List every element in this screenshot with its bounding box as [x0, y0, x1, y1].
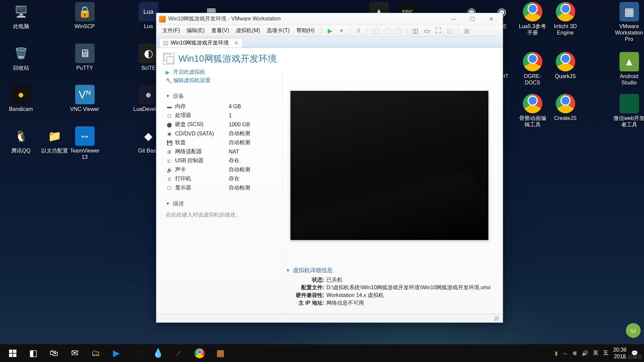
- caret-down-icon: ▼: [286, 268, 290, 273]
- app-icon: [523, 52, 542, 71]
- vm-right-pane: ▼ 虚拟机详细信息 状态:已关机配置文件:D:\虚拟机系统\Win10网狐游戏开…: [282, 68, 503, 314]
- menu-item[interactable]: 帮助(H): [293, 25, 318, 36]
- taskbar-pinned-app[interactable]: 🛍: [44, 344, 64, 362]
- taskbar-pinned-app[interactable]: ⟋: [168, 344, 189, 362]
- device-icon: 🔊: [166, 167, 173, 173]
- description-placeholder[interactable]: 在此处键入对该虚拟机的描述。: [166, 212, 275, 219]
- settings-icon: 🔧: [166, 78, 171, 84]
- vm-summary-icon: [163, 53, 174, 64]
- desktop-icon[interactable]: Irrlicht 3D Engine: [549, 2, 581, 36]
- device-row[interactable]: ◻处理器1: [166, 111, 275, 120]
- device-row[interactable]: 💾软盘自动检测: [166, 138, 275, 147]
- device-icon: ⎙: [166, 176, 173, 182]
- desktop-icon[interactable]: ●Bandicam: [5, 85, 37, 112]
- taskbar-pinned-app[interactable]: ◧: [23, 344, 44, 362]
- desktop-icon[interactable]: CreateJS: [549, 94, 581, 121]
- desktop-icon[interactable]: 🔒WinSCP: [69, 2, 101, 29]
- desktop-icon[interactable]: ▲Android Studio: [613, 52, 644, 86]
- device-row[interactable]: ⎙打印机存在: [166, 174, 275, 183]
- view-single-button[interactable]: ◫: [411, 26, 421, 36]
- device-row[interactable]: 🔊声卡自动检测: [166, 165, 275, 174]
- detail-row: 主 IP 地址:网络信息不可用: [286, 299, 493, 307]
- snapshot-button: 🕘: [371, 26, 381, 36]
- tray-volume-icon[interactable]: 🔊: [582, 350, 588, 356]
- device-row[interactable]: ⬤硬盘 (SCSI)1000 GB: [166, 120, 275, 129]
- desktop-icon[interactable]: 骨骼动画编辑工具: [517, 94, 548, 128]
- device-row[interactable]: ⊏USB 控制器存在: [166, 156, 275, 165]
- menu-item[interactable]: 查看(V): [208, 25, 232, 36]
- taskbar-pinned-app[interactable]: 🗂: [85, 344, 106, 362]
- desktop-icon[interactable]: 🖥PuTTY: [69, 44, 101, 71]
- edit-settings-link[interactable]: 🔧 编辑虚拟机设置: [166, 76, 275, 85]
- desktop-icon[interactable]: VᴺVNC Viewer: [69, 85, 101, 112]
- minimize-button[interactable]: —: [444, 14, 463, 24]
- desktop-icon[interactable]: Lua5.3参考手册: [517, 2, 548, 36]
- power-on-link[interactable]: ▶ 开启此虚拟机: [166, 68, 275, 76]
- desktop-icon[interactable]: 🗑️回收站: [5, 44, 37, 71]
- app-icon: [556, 2, 575, 21]
- desktop-icon[interactable]: QuarkJS: [549, 52, 581, 79]
- view-console-button[interactable]: ▭: [422, 26, 432, 36]
- vmware-window: Win10网狐游戏开发环境 - VMware Workstation — ☐ ✕…: [156, 13, 503, 323]
- device-icon: ⊏: [166, 158, 173, 164]
- devices-section-header[interactable]: ▼ 设备: [166, 92, 275, 100]
- tab-label: Win10网狐游戏开发环境: [171, 40, 229, 47]
- close-button[interactable]: ✕: [482, 14, 500, 24]
- desktop-icon[interactable]: 📁以太坊配置: [39, 126, 70, 154]
- icon-label: QuarkJS: [549, 73, 581, 79]
- power-on-button[interactable]: ▶: [325, 26, 335, 36]
- window-titlebar[interactable]: Win10网狐游戏开发环境 - VMware Workstation — ☐ ✕: [156, 13, 503, 25]
- detail-label: 配置文件:: [286, 284, 324, 291]
- maximize-button[interactable]: ☐: [463, 14, 481, 24]
- assist-badge[interactable]: 52: [626, 323, 641, 338]
- resize-grip-icon[interactable]: [494, 316, 499, 321]
- taskbar-pinned-app[interactable]: ▦: [210, 344, 231, 362]
- tray-wifi-icon[interactable]: ⋐: [573, 350, 577, 356]
- device-row[interactable]: 🖵显示器自动检测: [166, 183, 275, 192]
- menu-item[interactable]: 虚拟机(M): [232, 25, 263, 36]
- icon-label: 微信web开发者工具: [613, 115, 644, 128]
- power-dropdown[interactable]: ▼: [336, 26, 346, 36]
- device-name: 处理器: [175, 112, 229, 119]
- detail-value: 已关机: [326, 277, 342, 284]
- device-icon: 🖵: [166, 185, 173, 191]
- taskbar-pinned-app[interactable]: [189, 344, 210, 362]
- menu-item[interactable]: 文件(F): [159, 25, 183, 36]
- device-row[interactable]: ▬内存4 GB: [166, 102, 275, 111]
- description-section-header[interactable]: ▼ 描述: [166, 200, 275, 207]
- ime-lang[interactable]: 英: [593, 350, 598, 357]
- device-name: 打印机: [175, 175, 229, 182]
- menu-item[interactable]: 选项卡(T): [263, 25, 293, 36]
- window-title: Win10网狐游戏开发环境 - VMware Workstation: [168, 15, 444, 22]
- device-value: 1000 GB: [229, 122, 250, 128]
- desktop-icon[interactable]: OGRE-DOCS: [517, 52, 548, 86]
- caret-down-icon: ▼: [166, 94, 170, 99]
- menu-item[interactable]: 编辑(E): [183, 25, 208, 36]
- tray-chevron-icon[interactable]: ︿: [562, 350, 568, 357]
- tray-battery-icon[interactable]: ▮: [555, 350, 558, 356]
- device-row[interactable]: ⊞网络适配器NAT: [166, 147, 275, 156]
- vmware-app-icon: [159, 16, 166, 22]
- details-section-header[interactable]: ▼ 虚拟机详细信息: [286, 266, 493, 274]
- tab-close-icon[interactable]: ✕: [234, 40, 238, 46]
- start-button[interactable]: [3, 344, 23, 362]
- desktop-icon[interactable]: ↔TeamViewer 13: [69, 126, 101, 160]
- device-value: 1: [229, 113, 232, 119]
- icon-label: OGRE-DOCS: [517, 73, 548, 86]
- device-row[interactable]: ◉CD/DVD (SATA)自动检测: [166, 129, 275, 138]
- taskbar-pinned-app[interactable]: ◁: [127, 344, 148, 362]
- desktop-icon[interactable]: 🖥️此电脑: [5, 2, 37, 29]
- device-icon: 💾: [166, 140, 173, 145]
- desktop-icon[interactable]: ▦VMware Workstation Pro: [613, 2, 644, 43]
- vm-tab[interactable]: Win10网狐游戏开发环境 ✕: [159, 38, 243, 48]
- taskbar-pinned-app[interactable]: ✉: [64, 344, 85, 362]
- taskbar-pinned-app[interactable]: 💧: [148, 344, 168, 362]
- desktop-icon[interactable]: 🐧腾讯QQ: [5, 126, 37, 154]
- app-icon: [523, 2, 542, 21]
- fullscreen-button[interactable]: ⛶: [433, 26, 443, 36]
- desktop-icon[interactable]: 微信web开发者工具: [613, 94, 644, 128]
- taskbar-pinned-app[interactable]: ▶: [106, 344, 127, 362]
- ime-mode[interactable]: 五: [603, 350, 608, 357]
- vm-screen-preview[interactable]: [290, 91, 488, 240]
- icon-label: 骨骼动画编辑工具: [517, 115, 548, 128]
